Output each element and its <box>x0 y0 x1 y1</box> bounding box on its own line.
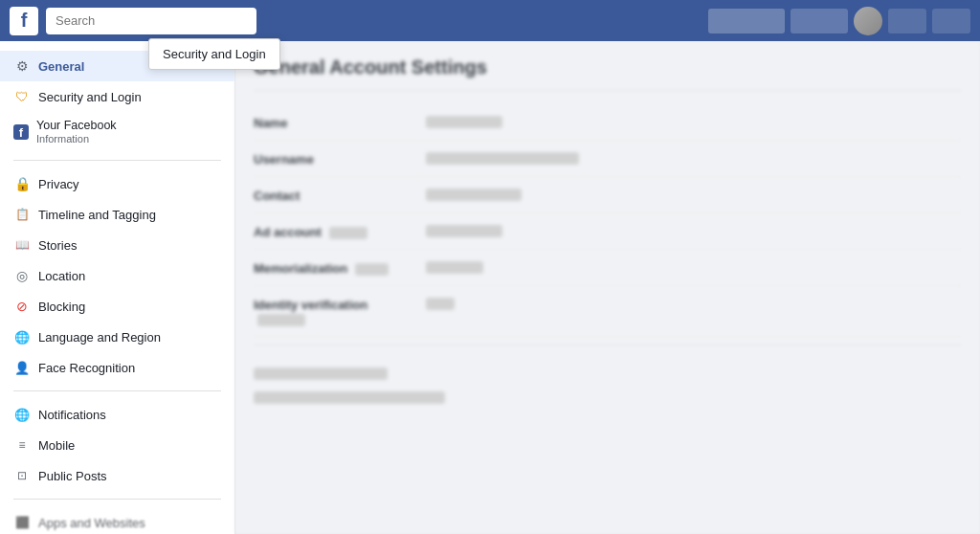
row-label-memorial: Memorialization <box>254 259 407 276</box>
sidebar: ⚙ General 🛡 Security and Login Security … <box>0 41 234 534</box>
sidebar-item-public-posts[interactable]: ⊡ Public Posts <box>0 460 234 491</box>
main-layout: ⚙ General 🛡 Security and Login Security … <box>0 41 980 534</box>
memorial-sub <box>355 263 389 276</box>
manage-label <box>254 359 961 384</box>
sidebar-item-stories[interactable]: 📖 Stories <box>0 230 234 260</box>
sidebar-item-blocking[interactable]: ⊘ Blocking <box>0 291 234 322</box>
sidebar-item-label: Security and Login <box>38 90 142 104</box>
navbar-filler2 <box>791 9 848 33</box>
search-input[interactable] <box>46 8 256 34</box>
row-value-name <box>426 114 961 128</box>
sidebar-item-notifications[interactable]: 🌐 Notifications <box>0 399 234 430</box>
blocking-icon: ⊘ <box>13 298 31 315</box>
tooltip-popup: Security and Login <box>148 41 234 70</box>
settings-row-memorialization: Memorialization <box>254 250 961 286</box>
sidebar-item-label: Apps and Websites <box>38 516 145 530</box>
face-icon: 👤 <box>13 359 31 376</box>
settings-row-ad-account: Ad account <box>254 213 961 250</box>
gear-icon: ⚙ <box>13 57 31 75</box>
sidebar-divider-3 <box>13 499 221 500</box>
value-bar <box>426 298 455 310</box>
sidebar-item-label: Language and Region <box>38 330 161 345</box>
ad-sub-value <box>329 227 368 239</box>
settings-row-identity: Identity verification <box>254 286 961 337</box>
sidebar-item-language[interactable]: 🌐 Language and Region <box>0 322 234 352</box>
sidebar-item-label: Privacy <box>38 177 79 191</box>
settings-row-contact: Contact <box>254 177 961 213</box>
row-value-memorial <box>426 259 961 274</box>
sidebar-item-label: Stories <box>38 238 77 253</box>
row-label-identity: Identity verification <box>254 296 407 326</box>
facebook-logo: f <box>10 7 38 35</box>
row-label-contact: Contact <box>254 187 407 203</box>
sidebar-item-security[interactable]: 🛡 Security and Login <box>0 81 234 112</box>
content-divider <box>254 90 961 91</box>
stories-icon: 📖 <box>13 236 31 254</box>
sidebar-item-label: Location <box>38 269 85 283</box>
facebook-info-icon: f <box>13 124 29 140</box>
public-posts-icon: ⊡ <box>13 467 31 484</box>
value-bar <box>426 225 502 237</box>
tooltip-text: Security and Login <box>163 47 234 61</box>
mobile-icon: ≡ <box>13 436 31 454</box>
value-bar <box>426 189 522 201</box>
sidebar-section-apps: ⬛ Apps and Websites <box>0 505 234 534</box>
settings-row-username: Username <box>254 141 961 177</box>
sidebar-item-label: Notifications <box>38 408 106 422</box>
sidebar-item-mobile[interactable]: ≡ Mobile <box>0 430 234 460</box>
notifications-icon: 🌐 <box>13 406 31 423</box>
navbar-right <box>708 7 970 35</box>
navbar-filler <box>708 9 785 33</box>
sidebar-item-privacy[interactable]: 🔒 Privacy <box>0 168 234 199</box>
row-value-ad <box>426 223 961 237</box>
content-divider-2 <box>254 345 961 345</box>
row-label-ad-account: Ad account <box>254 223 407 239</box>
sidebar-divider-1 <box>13 160 221 161</box>
content-area: General Account Settings Name Username C… <box>234 41 980 534</box>
settings-row-name: Name <box>254 104 961 141</box>
navbar-btn[interactable] <box>888 9 926 33</box>
navbar-btn2[interactable] <box>932 9 970 33</box>
manage-section <box>254 359 961 404</box>
sidebar-item-apps[interactable]: ⬛ Apps and Websites <box>0 507 234 534</box>
manage-link[interactable] <box>254 389 961 404</box>
shield-icon: 🛡 <box>13 88 31 105</box>
row-value-username <box>426 150 961 165</box>
sidebar-item-label: Face Recognition <box>38 361 135 375</box>
sidebar-item-label: Mobile <box>38 438 75 453</box>
page-title: General Account Settings <box>254 56 961 78</box>
value-bar <box>426 116 502 128</box>
identity-sub <box>257 314 305 326</box>
sidebar-section-privacy: 🔒 Privacy 📋 Timeline and Tagging 📖 Stori… <box>0 167 234 385</box>
row-value-identity <box>426 296 961 310</box>
sidebar-item-label: Your Facebook Information <box>36 119 117 145</box>
sidebar-item-label: Public Posts <box>38 469 107 483</box>
sidebar-item-label: Timeline and Tagging <box>38 208 156 222</box>
sidebar-item-location[interactable]: ◎ Location <box>0 260 234 291</box>
avatar[interactable] <box>854 7 882 35</box>
row-value-contact <box>426 187 961 201</box>
apps-icon: ⬛ <box>13 514 31 531</box>
sidebar-item-label: General <box>38 59 84 74</box>
row-label-username: Username <box>254 150 407 167</box>
value-bar <box>426 152 579 165</box>
content-inner: General Account Settings Name Username C… <box>254 56 961 404</box>
sidebar-divider-2 <box>13 390 221 391</box>
sidebar-section-notifications: 🌐 Notifications ≡ Mobile ⊡ Public Posts <box>0 397 234 493</box>
navbar: f <box>0 0 980 41</box>
language-icon: 🌐 <box>13 328 31 345</box>
location-icon: ◎ <box>13 267 31 284</box>
lock-icon: 🔒 <box>13 175 31 192</box>
sidebar-item-your-fb[interactable]: f Your Facebook Information <box>0 112 234 152</box>
timeline-icon: 📋 <box>13 206 31 223</box>
sidebar-item-label: Blocking <box>38 300 85 314</box>
sidebar-item-face-recognition[interactable]: 👤 Face Recognition <box>0 352 234 383</box>
row-label-name: Name <box>254 114 407 130</box>
value-bar <box>426 261 483 274</box>
sidebar-section-account: ⚙ General 🛡 Security and Login Security … <box>0 49 234 154</box>
sidebar-item-timeline[interactable]: 📋 Timeline and Tagging <box>0 199 234 230</box>
